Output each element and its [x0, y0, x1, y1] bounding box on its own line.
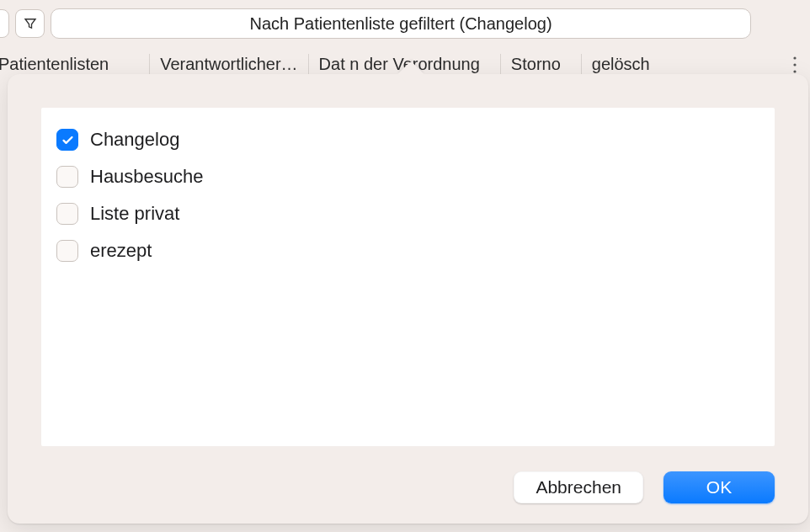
checkbox-hausbesuche[interactable]	[56, 166, 78, 188]
list-item-label: Liste privat	[90, 203, 179, 225]
filter-popover: Changelog Hausbesuche Liste privat ereze…	[8, 74, 808, 524]
toolbar-button-left[interactable]	[0, 9, 9, 38]
search-field[interactable]: Nach Patientenliste gefiltert (Changelog…	[51, 8, 751, 39]
checkbox-liste-privat[interactable]	[56, 203, 78, 225]
vertical-dots-icon	[792, 56, 797, 74]
ok-button[interactable]: OK	[663, 471, 775, 503]
funnel-icon	[23, 16, 38, 31]
column-separator	[308, 54, 309, 76]
check-icon	[61, 133, 75, 147]
column-separator	[581, 54, 582, 76]
checkbox-changelog[interactable]	[56, 129, 78, 151]
svg-point-2	[793, 63, 796, 66]
search-text: Nach Patientenliste gefiltert (Changelog…	[249, 14, 552, 34]
list-item-label: Changelog	[90, 129, 179, 151]
list-item[interactable]: Liste privat	[56, 195, 759, 232]
list-item[interactable]: Changelog	[56, 121, 759, 158]
column-separator	[500, 54, 501, 76]
list-item[interactable]: Hausbesuche	[56, 158, 759, 195]
svg-point-1	[793, 56, 796, 59]
dialog-buttons: Abbrechen OK	[41, 446, 775, 503]
column-separator	[149, 54, 150, 76]
toolbar: Nach Patientenliste gefiltert (Changelog…	[0, 0, 810, 45]
checkbox-erezept[interactable]	[56, 240, 78, 262]
list-item[interactable]: erezept	[56, 232, 759, 269]
list-item-label: erezept	[90, 240, 152, 262]
cancel-button[interactable]: Abbrechen	[514, 471, 643, 503]
filter-list: Changelog Hausbesuche Liste privat ereze…	[41, 108, 775, 446]
filter-button[interactable]	[15, 9, 45, 38]
svg-point-3	[793, 70, 796, 72]
square-icon	[0, 16, 3, 31]
list-item-label: Hausbesuche	[90, 166, 204, 188]
